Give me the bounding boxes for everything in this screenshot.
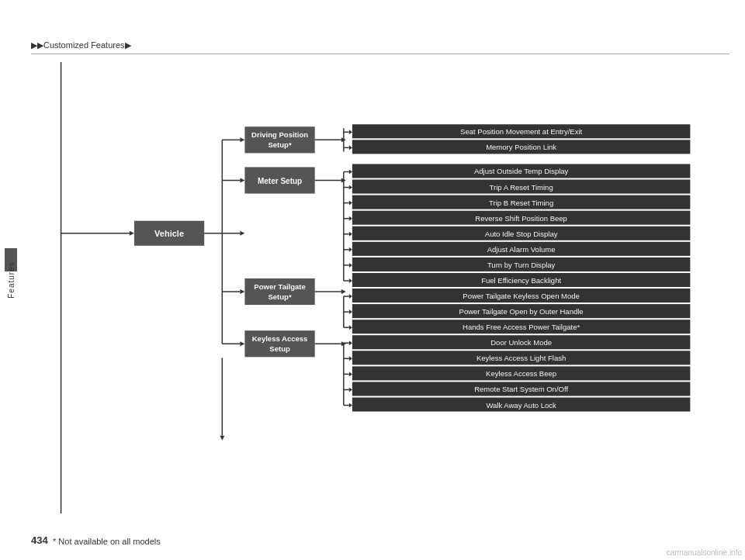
svg-text:Trip A Reset Timing: Trip A Reset Timing xyxy=(490,183,553,192)
svg-marker-11 xyxy=(240,178,244,183)
svg-marker-33 xyxy=(341,178,346,183)
svg-text:Memory Position Link: Memory Position Link xyxy=(486,143,556,151)
svg-rect-26 xyxy=(352,124,690,138)
svg-text:Walk Away Auto Lock: Walk Away Auto Lock xyxy=(486,401,556,410)
svg-marker-94 xyxy=(349,356,352,361)
svg-marker-74 xyxy=(349,294,352,299)
svg-text:Reverse Shift Position Beep: Reverse Shift Position Beep xyxy=(475,214,567,223)
svg-text:Remote Start System On/Off: Remote Start System On/Off xyxy=(474,385,568,393)
watermark: carmanualsonline.info xyxy=(667,548,742,557)
svg-marker-112 xyxy=(220,436,224,441)
svg-marker-50 xyxy=(349,278,352,283)
svg-rect-101 xyxy=(352,335,690,349)
svg-text:Power Tailgate: Power Tailgate xyxy=(254,282,305,291)
svg-text:Setup: Setup xyxy=(269,344,290,353)
svg-rect-51 xyxy=(352,164,690,178)
svg-text:Setup*: Setup* xyxy=(268,292,291,301)
svg-text:Setup*: Setup* xyxy=(268,140,291,149)
svg-rect-3 xyxy=(134,221,204,246)
svg-rect-107 xyxy=(352,382,690,396)
svg-rect-61 xyxy=(352,242,690,256)
svg-marker-44 xyxy=(349,232,352,237)
svg-marker-13 xyxy=(240,289,244,294)
svg-marker-98 xyxy=(349,387,352,392)
svg-rect-103 xyxy=(352,351,690,365)
svg-text:Door Unlock Mode: Door Unlock Mode xyxy=(490,338,552,347)
svg-rect-105 xyxy=(352,366,690,380)
svg-marker-96 xyxy=(349,372,352,376)
svg-marker-23 xyxy=(349,130,352,134)
header: ▶▶Customized Features▶ xyxy=(31,40,729,54)
svg-marker-40 xyxy=(349,201,352,206)
svg-rect-63 xyxy=(352,258,690,271)
svg-rect-85 xyxy=(244,330,314,357)
svg-rect-55 xyxy=(352,195,690,209)
svg-text:Vehicle: Vehicle xyxy=(154,229,184,238)
svg-marker-71 xyxy=(341,289,346,294)
svg-marker-48 xyxy=(349,263,352,268)
svg-marker-9 xyxy=(240,137,244,142)
svg-text:Trip B Reset Timing: Trip B Reset Timing xyxy=(489,199,553,207)
svg-rect-59 xyxy=(352,226,690,240)
svg-text:Hands Free Access Power Tailga: Hands Free Access Power Tailgate* xyxy=(463,323,580,331)
svg-marker-38 xyxy=(349,185,352,190)
svg-text:Fuel Efficiency Backlight: Fuel Efficiency Backlight xyxy=(481,276,561,285)
svg-rect-81 xyxy=(352,304,690,318)
svg-marker-6 xyxy=(240,231,244,236)
svg-marker-76 xyxy=(349,309,352,314)
svg-rect-57 xyxy=(352,211,690,225)
sidebar: Features xyxy=(0,0,22,560)
svg-text:Seat Position Movement at Entr: Seat Position Movement at Entry/Exit xyxy=(460,127,582,136)
svg-rect-83 xyxy=(352,320,690,334)
svg-text:Turn by Turn Display: Turn by Turn Display xyxy=(487,261,556,269)
svg-marker-2 xyxy=(130,231,134,236)
svg-rect-16 xyxy=(244,126,314,153)
svg-rect-28 xyxy=(352,140,690,154)
breadcrumb: ▶▶Customized Features▶ xyxy=(31,40,131,50)
footnote: * Not available on all models xyxy=(53,537,161,546)
svg-rect-67 xyxy=(244,278,314,305)
diagram-svg: Vehicle Driving Position Setup* xyxy=(31,62,729,513)
svg-rect-109 xyxy=(352,397,690,411)
sidebar-label: Features xyxy=(7,261,16,298)
svg-marker-46 xyxy=(349,247,352,252)
svg-marker-25 xyxy=(349,145,352,150)
svg-marker-20 xyxy=(341,137,346,142)
svg-rect-30 xyxy=(244,167,314,193)
svg-rect-79 xyxy=(352,289,690,302)
svg-marker-100 xyxy=(349,403,352,408)
svg-marker-89 xyxy=(341,341,346,346)
svg-text:Adjust Outside Temp Display: Adjust Outside Temp Display xyxy=(474,167,569,175)
svg-marker-92 xyxy=(349,340,352,345)
svg-text:Keyless Access Beep: Keyless Access Beep xyxy=(486,369,556,378)
svg-marker-36 xyxy=(349,169,352,174)
svg-marker-42 xyxy=(349,216,352,221)
svg-text:Auto Idle Stop Display: Auto Idle Stop Display xyxy=(485,230,558,238)
svg-text:Meter Setup: Meter Setup xyxy=(258,177,302,185)
svg-text:Power Tailgate Keyless Open Mo: Power Tailgate Keyless Open Mode xyxy=(463,292,580,300)
page-number: 434 xyxy=(31,534,48,546)
svg-rect-53 xyxy=(352,180,690,194)
svg-text:Keyless Access: Keyless Access xyxy=(252,334,308,343)
svg-text:Power Tailgate Open by Outer H: Power Tailgate Open by Outer Handle xyxy=(459,307,584,316)
svg-text:Keyless Access Light Flash: Keyless Access Light Flash xyxy=(476,354,566,362)
svg-marker-15 xyxy=(240,341,244,346)
main-content: Vehicle Driving Position Setup* xyxy=(31,62,729,513)
svg-text:Driving Position: Driving Position xyxy=(251,130,308,139)
svg-rect-65 xyxy=(352,273,690,287)
svg-marker-78 xyxy=(349,325,352,330)
svg-text:Adjust Alarm Volume: Adjust Alarm Volume xyxy=(487,245,556,254)
